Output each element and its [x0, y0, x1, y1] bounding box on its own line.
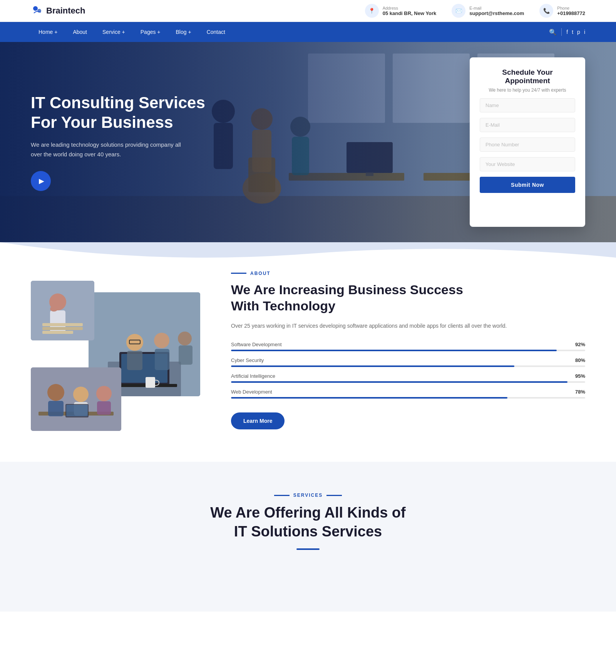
instagram-icon[interactable]: i	[584, 29, 585, 35]
nav-link-blog[interactable]: Blog +	[168, 22, 199, 42]
svg-point-25	[126, 334, 143, 351]
form-name-input[interactable]	[480, 98, 575, 112]
search-icon[interactable]: 🔍	[549, 28, 557, 36]
appointment-form: Schedule Your Appointment We here to hel…	[470, 57, 585, 227]
form-title: Schedule Your Appointment	[480, 68, 575, 85]
about-content: ABOUT We Are Increasing Business Success…	[231, 271, 585, 429]
svg-rect-32	[146, 377, 155, 388]
nav-link-service[interactable]: Service +	[95, 22, 133, 42]
services-heading: We Are Offering All Kinds of IT Solution…	[31, 503, 585, 541]
nav-item-home[interactable]: Home +	[31, 22, 65, 42]
email-contact: ✉️ E-mail support@rstheme.com	[452, 4, 524, 18]
services-section: SERVICES We Are Offering All Kinds of IT…	[0, 462, 616, 612]
phone-value: +019988772	[557, 10, 585, 16]
svg-point-15	[251, 108, 273, 130]
svg-point-13	[212, 100, 235, 123]
hero-content: IT Consulting Services For Your Business…	[31, 93, 205, 191]
svg-rect-3	[308, 54, 385, 123]
services-heading-line2: IT Solutions Services	[234, 523, 382, 540]
skill-label-0: Software Development	[231, 342, 282, 347]
about-image-bottom-left	[31, 367, 121, 431]
svg-rect-29	[155, 349, 169, 370]
about-description: Over 25 years working in IT services dev…	[231, 321, 585, 331]
skill-software-dev: Software Development 92%	[231, 342, 585, 351]
nav-link-about[interactable]: About	[65, 22, 95, 42]
about-image-bl-svg	[31, 367, 121, 431]
phone-label: Phone	[557, 6, 585, 10]
skill-webdev: Web Development 78%	[231, 389, 585, 399]
nav-link-home[interactable]: Home +	[31, 22, 65, 42]
svg-rect-47	[97, 401, 111, 415]
phone-icon: 📞	[539, 4, 553, 18]
svg-point-0	[33, 6, 38, 11]
svg-point-42	[47, 384, 64, 401]
nav-right: 🔍 f t p i	[549, 28, 585, 36]
address-label: Address	[383, 6, 437, 10]
svg-rect-14	[214, 123, 233, 169]
form-email-input[interactable]	[480, 118, 575, 132]
form-phone-input[interactable]	[480, 137, 575, 152]
svg-point-46	[96, 386, 112, 401]
nav-item-pages[interactable]: Pages +	[133, 22, 168, 42]
pinterest-icon[interactable]: p	[577, 29, 580, 35]
play-button[interactable]	[31, 171, 51, 191]
svg-rect-43	[48, 401, 64, 416]
about-images	[31, 269, 200, 431]
wave-separator	[0, 242, 616, 265]
skill-pct-1: 80%	[575, 357, 585, 363]
logo-text: Braintech	[46, 6, 85, 16]
form-submit-button[interactable]: Submit Now	[480, 177, 575, 193]
nav-link-pages[interactable]: Pages +	[133, 22, 168, 42]
svg-rect-31	[179, 345, 192, 365]
learn-more-button[interactable]: Learn More	[231, 412, 285, 429]
nav-item-service[interactable]: Service +	[95, 22, 133, 42]
email-value: support@rstheme.com	[469, 10, 524, 16]
nav-links: Home + About Service + Pages + Blog + Co…	[31, 22, 233, 42]
skill-fill-2	[231, 381, 567, 383]
skills-list: Software Development 92% Cyber Security …	[231, 342, 585, 399]
skill-ai: Artificial Intelligence 95%	[231, 373, 585, 383]
skill-label-3: Web Development	[231, 389, 272, 395]
svg-rect-49	[66, 405, 88, 416]
svg-rect-38	[42, 331, 73, 334]
facebook-icon[interactable]: f	[566, 29, 568, 35]
nav-link-contact[interactable]: Contact	[199, 22, 233, 42]
hero-section: IT Consulting Services For Your Business…	[0, 42, 616, 242]
hero-heading-line2: For Your Business	[31, 113, 173, 131]
logo[interactable]: Braintech	[31, 5, 85, 17]
social-icons: f t p i	[566, 29, 585, 35]
nav-item-contact[interactable]: Contact	[199, 22, 233, 42]
svg-point-27	[154, 333, 169, 348]
services-label-line	[274, 495, 290, 496]
svg-point-11	[243, 173, 281, 204]
svg-point-17	[290, 117, 310, 137]
svg-rect-18	[292, 137, 309, 175]
skill-track-1	[231, 365, 585, 367]
services-label-row: SERVICES	[31, 493, 585, 498]
svg-rect-28	[127, 351, 142, 370]
svg-rect-10	[366, 172, 373, 176]
svg-rect-4	[393, 54, 470, 123]
nav-item-blog[interactable]: Blog +	[168, 22, 199, 42]
svg-point-39	[50, 306, 58, 312]
twitter-icon[interactable]: t	[572, 29, 573, 35]
svg-rect-24	[112, 384, 177, 387]
about-heading-line2: With Technology	[231, 298, 335, 313]
svg-rect-9	[346, 142, 393, 173]
logo-icon	[31, 5, 43, 17]
form-website-input[interactable]	[480, 157, 575, 171]
nav-item-about[interactable]: About	[65, 22, 95, 42]
about-image-tl-svg	[31, 281, 94, 340]
main-nav: Home + About Service + Pages + Blog + Co…	[0, 22, 616, 42]
about-heading-line1: We Are Increasing Business Success	[231, 282, 463, 297]
about-label-row: ABOUT	[231, 271, 585, 276]
form-subtitle: We here to help you 24/7 with experts	[480, 87, 575, 93]
about-heading: We Are Increasing Business Success With …	[231, 282, 585, 314]
address-value: 05 kandi BR, New York	[383, 10, 437, 16]
skill-label-1: Cyber Security	[231, 357, 264, 363]
top-bar: Braintech 📍 Address 05 kandi BR, New Yor…	[0, 0, 616, 22]
skill-cyber: Cyber Security 80%	[231, 357, 585, 367]
skill-track-2	[231, 381, 585, 383]
email-label: E-mail	[469, 6, 524, 10]
svg-point-44	[73, 387, 89, 402]
